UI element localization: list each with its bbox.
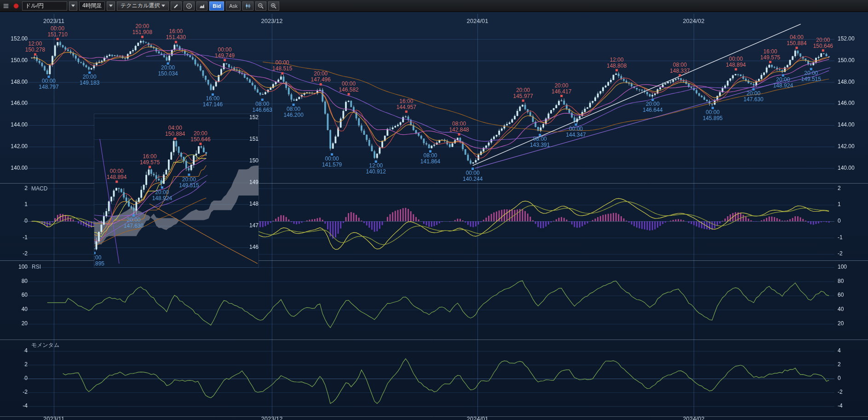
info-button[interactable] [184, 1, 195, 11]
annotation-high-label: 16:00149.575 [140, 154, 160, 166]
inset-labels-layer: 15215115014914814714600:00148.89416:0014… [94, 114, 259, 267]
ask-button-label: Ask [229, 3, 237, 9]
timeframe-dropdown-button[interactable] [107, 1, 115, 11]
info-icon [186, 3, 192, 9]
area-chart-icon [199, 3, 205, 9]
pair-flag-icon [12, 2, 20, 10]
pair-select-value: ドル/円 [25, 2, 44, 10]
candlestick-button[interactable] [242, 1, 253, 11]
chevron-down-icon [71, 5, 75, 7]
inset-chart-window[interactable]: 15215115014914814714600:00148.89416:0014… [94, 114, 259, 267]
annotation-low-label: 20:00147.630 [124, 217, 144, 229]
technical-select-button[interactable]: テクニカル選択 [117, 1, 169, 11]
pair-select[interactable]: ドル/円 [22, 1, 67, 11]
inset-price-tick: 146 [249, 244, 259, 250]
inset-price-tick: 148 [249, 201, 259, 207]
menu-icon[interactable] [2, 2, 10, 10]
annotation-high-label: 00:00148.894 [107, 168, 126, 180]
fx-chart-app: ドル/円 4時間足 テクニカル選択 Bid Ask [0, 0, 868, 420]
annotation-high-label: 04:00150.884 [165, 125, 185, 137]
draw-tool-button[interactable] [171, 1, 182, 11]
annotation-price: 145.895 [94, 261, 104, 267]
annotation-price: 149.575 [140, 160, 160, 166]
annotation-price: 150.884 [165, 131, 185, 137]
inset-price-tick: 147 [249, 222, 259, 229]
annotation-price: 148.924 [152, 196, 172, 201]
annotation-low-label: 20:00148.924 [152, 190, 172, 201]
chart-type-button[interactable] [196, 1, 207, 11]
technical-select-label: テクニカル選択 [121, 2, 160, 10]
zoom-out-icon [258, 3, 264, 9]
annotation-price: 148.894 [107, 174, 126, 180]
zoom-out-button[interactable] [255, 1, 266, 11]
timeframe-select[interactable]: 4時間足 [79, 1, 105, 11]
annotation-low-label: 20:00149.515 [179, 177, 199, 189]
pair-dropdown-button[interactable] [69, 1, 77, 11]
bid-toggle-button[interactable]: Bid [209, 1, 224, 11]
timeframe-value: 4時間足 [82, 2, 102, 10]
toolbar: ドル/円 4時間足 テクニカル選択 Bid Ask [0, 0, 868, 12]
annotation-low-label: 00:00145.895 [94, 255, 104, 267]
inset-price-tick: 152 [249, 114, 259, 121]
annotation-price: 149.515 [179, 183, 199, 189]
bid-button-label: Bid [213, 3, 221, 9]
annotation-price: 147.630 [124, 223, 144, 229]
zoom-in-button[interactable] [268, 1, 279, 11]
ask-toggle-button[interactable]: Ask [226, 1, 241, 11]
inset-price-tick: 149 [249, 179, 259, 185]
candlestick-icon [245, 3, 251, 9]
annotation-price: 150.646 [190, 137, 210, 143]
chevron-down-icon [109, 5, 113, 7]
annotation-high-label: 20:00150.646 [190, 131, 210, 143]
inset-price-tick: 150 [249, 157, 259, 164]
zoom-in-icon [270, 3, 277, 9]
inset-price-tick: 151 [249, 136, 259, 142]
pencil-icon [173, 3, 179, 9]
chevron-down-icon [161, 5, 165, 7]
